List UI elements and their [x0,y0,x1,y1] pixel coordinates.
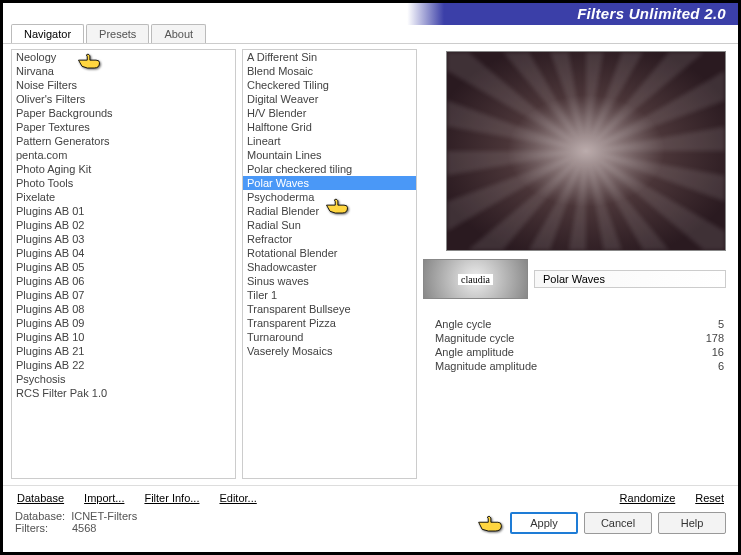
category-item[interactable]: Plugins AB 10 [12,330,235,344]
param-value: 178 [706,332,724,344]
filter-item[interactable]: Transparent Bullseye [243,302,416,316]
category-item[interactable]: Paper Backgrounds [12,106,235,120]
reset-button[interactable]: Reset [695,492,724,504]
app-title: Filters Unlimited 2.0 [577,5,726,22]
category-item[interactable]: Plugins AB 07 [12,288,235,302]
category-item[interactable]: Plugins AB 09 [12,316,235,330]
filter-item[interactable]: Radial Blender [243,204,416,218]
status-db-label: Database: [15,510,65,522]
parameter-row[interactable]: Magnitude cycle178 [435,331,724,345]
parameter-row[interactable]: Magnitude amplitude6 [435,359,724,373]
status-block: Database:ICNET-Filters Filters:4568 [15,510,137,534]
filter-item[interactable]: Blend Mosaic [243,64,416,78]
tab-strip: Navigator Presets About [3,24,738,44]
help-button[interactable]: Help [658,512,726,534]
param-label: Angle amplitude [435,346,514,358]
category-item[interactable]: Plugins AB 21 [12,344,235,358]
editor-button[interactable]: Editor... [219,492,256,504]
tab-navigator[interactable]: Navigator [11,24,84,43]
filter-info-button[interactable]: Filter Info... [144,492,199,504]
pointer-icon [476,513,504,535]
filter-item[interactable]: Vaserely Mosaics [243,344,416,358]
category-item[interactable]: Oliver's Filters [12,92,235,106]
filter-item[interactable]: A Different Sin [243,50,416,64]
filter-preview [446,51,726,251]
category-item[interactable]: Photo Tools [12,176,235,190]
import-button[interactable]: Import... [84,492,124,504]
randomize-button[interactable]: Randomize [620,492,676,504]
status-filters-label: Filters: [15,522,48,534]
param-label: Magnitude amplitude [435,360,537,372]
parameter-row[interactable]: Angle amplitude16 [435,345,724,359]
category-item[interactable]: Plugins AB 08 [12,302,235,316]
category-item[interactable]: Plugins AB 03 [12,232,235,246]
filter-item[interactable]: Digital Weaver [243,92,416,106]
category-item[interactable]: Noise Filters [12,78,235,92]
param-value: 5 [718,318,724,330]
filter-item[interactable]: Turnaround [243,330,416,344]
filter-item[interactable]: Psychoderma [243,190,416,204]
category-item[interactable]: Plugins AB 22 [12,358,235,372]
category-item[interactable]: penta.com [12,148,235,162]
filter-item[interactable]: Radial Sun [243,218,416,232]
category-item[interactable]: RCS Filter Pak 1.0 [12,386,235,400]
category-item[interactable]: Plugins AB 02 [12,218,235,232]
filter-header: claudia Polar Waves [423,259,730,299]
param-value: 16 [712,346,724,358]
bottom-bar: Database:ICNET-Filters Filters:4568 Appl… [3,504,738,538]
filter-item[interactable]: Mountain Lines [243,148,416,162]
category-item[interactable]: Neology [12,50,235,64]
main-content: NeologyNirvanaNoise FiltersOliver's Filt… [3,45,738,485]
filter-item[interactable]: Halftone Grid [243,120,416,134]
param-label: Magnitude cycle [435,332,515,344]
category-item[interactable]: Paper Textures [12,120,235,134]
tab-about[interactable]: About [151,24,206,43]
apply-button[interactable]: Apply [510,512,578,534]
category-list[interactable]: NeologyNirvanaNoise FiltersOliver's Filt… [11,49,236,479]
filter-item[interactable]: Sinus waves [243,274,416,288]
filter-item[interactable]: Lineart [243,134,416,148]
filter-item[interactable]: Shadowcaster [243,260,416,274]
filter-item[interactable]: H/V Blender [243,106,416,120]
category-item[interactable]: Plugins AB 01 [12,204,235,218]
param-value: 6 [718,360,724,372]
category-item[interactable]: Psychosis [12,372,235,386]
category-item[interactable]: Plugins AB 06 [12,274,235,288]
filter-item[interactable]: Refractor [243,232,416,246]
tab-presets[interactable]: Presets [86,24,149,43]
filter-item[interactable]: Tiler 1 [243,288,416,302]
status-db-value: ICNET-Filters [71,510,137,522]
param-label: Angle cycle [435,318,491,330]
filter-item[interactable]: Rotational Blender [243,246,416,260]
database-button[interactable]: Database [17,492,64,504]
filter-item[interactable]: Transparent Pizza [243,316,416,330]
author-logo: claudia [423,259,528,299]
parameter-panel: Angle cycle5Magnitude cycle178Angle ampl… [423,317,730,373]
filter-list[interactable]: A Different SinBlend MosaicCheckered Til… [242,49,417,479]
filter-item[interactable]: Polar Waves [243,176,416,190]
title-bar: Filters Unlimited 2.0 [3,3,738,25]
filter-name-label: Polar Waves [534,270,726,288]
filter-item[interactable]: Polar checkered tiling [243,162,416,176]
category-item[interactable]: Plugins AB 04 [12,246,235,260]
status-filters-value: 4568 [72,522,96,534]
right-panel: claudia Polar Waves Angle cycle5Magnitud… [423,49,730,485]
category-item[interactable]: Pattern Generators [12,134,235,148]
category-item[interactable]: Pixelate [12,190,235,204]
cancel-button[interactable]: Cancel [584,512,652,534]
category-item[interactable]: Plugins AB 05 [12,260,235,274]
category-item[interactable]: Nirvana [12,64,235,78]
category-item[interactable]: Photo Aging Kit [12,162,235,176]
parameter-row[interactable]: Angle cycle5 [435,317,724,331]
filter-item[interactable]: Checkered Tiling [243,78,416,92]
link-toolbar: Database Import... Filter Info... Editor… [3,485,738,504]
